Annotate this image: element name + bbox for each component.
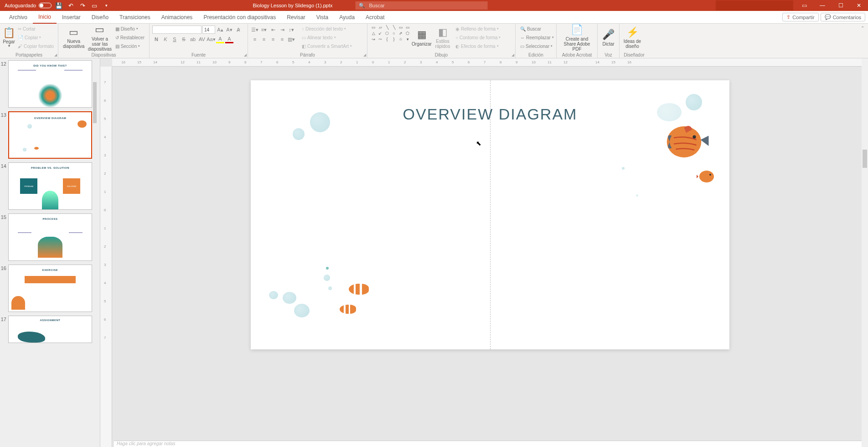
adobe-pdf-button[interactable]: 📄 Create and Share Adobe PDF (559, 25, 594, 51)
tab-acrobat[interactable]: Acrobat (360, 11, 390, 24)
select-button[interactable]: ▭Seleccionar▾ (518, 42, 556, 50)
thumb-14[interactable]: 14 PROBLEM VS. SOLUTION PROBLEM SOLUTION (0, 162, 98, 210)
copy-button[interactable]: 📄Copiar▾ (16, 33, 56, 42)
font-family-input[interactable] (152, 26, 202, 34)
align-text-button[interactable]: ▭Alinear texto▾ (300, 33, 354, 42)
redo-qat-button[interactable]: ↷ (78, 1, 87, 10)
tab-diseno[interactable]: Diseño (86, 11, 114, 24)
svg-point-1 (692, 135, 696, 139)
parrafo-launcher[interactable]: ◢ (363, 53, 366, 57)
paste-button[interactable]: 📋 Pegar ▾ (3, 25, 15, 51)
increase-font-button[interactable]: A▴ (216, 26, 224, 34)
autosave-label: Autoguardado (5, 3, 36, 8)
slide-editor: 161514 121110 987 654 321 0 123 456 789 … (100, 58, 868, 447)
decrease-font-button[interactable]: A▾ (225, 26, 233, 34)
tab-inicio[interactable]: Inicio (33, 11, 57, 24)
clear-format-button[interactable]: A̷ (234, 26, 243, 34)
fuente-launcher[interactable]: ◢ (244, 53, 247, 57)
font-color-button[interactable]: A (225, 35, 233, 43)
qat-dropdown[interactable]: ▾ (102, 1, 111, 10)
group-disenador: ⚡ Ideas de diseño Diseñador (620, 24, 649, 58)
font-size-input[interactable] (202, 26, 215, 34)
align-right-button[interactable]: ≡ (269, 35, 277, 43)
tab-archivo[interactable]: Archivo (4, 11, 33, 24)
canvas-area[interactable]: OVERVIEW DIAGRAM (112, 67, 868, 447)
text-direction-button[interactable]: ↕Dirección del texto▾ (300, 25, 354, 33)
tab-insertar[interactable]: Insertar (57, 11, 86, 24)
quick-styles-button[interactable]: ◧ Estilos rápidos (433, 25, 453, 51)
layout-button[interactable]: ▦Diseño▾ (114, 25, 146, 33)
tab-transiciones[interactable]: Transiciones (114, 11, 156, 24)
indent-inc-button[interactable]: ⇥ (278, 26, 286, 34)
justify-button[interactable]: ≡ (278, 35, 286, 43)
tab-presentacion[interactable]: Presentación con diapositivas (198, 11, 281, 24)
dictate-button[interactable]: 🎤 Dictar (600, 25, 616, 51)
tab-vista[interactable]: Vista (311, 11, 334, 24)
align-left-button[interactable]: ≡ (251, 35, 259, 43)
replace-button[interactable]: ↔Reemplazar▾ (518, 33, 556, 42)
italic-button[interactable]: K (161, 35, 170, 43)
new-slide-button[interactable]: ▭ Nueva diapositiva (61, 25, 86, 51)
bold-button[interactable]: N (152, 35, 160, 43)
shape-outline-button[interactable]: ○Contorno de forma▾ (454, 33, 502, 42)
group-parrafo: ☰▾ ≡▾ ⇤ ⇥ ↕▾ ≡ ≡ ≡ ≡ ▥▾ ↕Dirección del t… (248, 24, 367, 58)
indent-dec-button[interactable]: ⇤ (269, 26, 277, 34)
slide-canvas[interactable]: OVERVIEW DIAGRAM (251, 80, 729, 349)
slide-title-text[interactable]: OVERVIEW DIAGRAM (403, 105, 578, 123)
shape-effects-button[interactable]: ◐Efectos de forma▾ (454, 42, 502, 50)
underline-button[interactable]: S (170, 35, 179, 43)
collapse-ribbon-button[interactable]: ⌃ (857, 24, 868, 58)
thumb-12[interactable]: 12 DID YOU KNOW THIS? (0, 60, 98, 108)
bubble-decoration (657, 103, 682, 121)
search-box[interactable]: 🔍 Buscar (355, 1, 487, 10)
section-button[interactable]: ▤Sección▾ (114, 42, 146, 50)
arrange-button[interactable]: ▦ Organizar (412, 25, 432, 51)
horizontal-ruler[interactable]: 161514 121110 987 654 321 0 123 456 789 … (112, 58, 868, 67)
thumb-16[interactable]: 16 EXERCISE (0, 265, 98, 312)
cut-button[interactable]: ✂Cortar (16, 25, 56, 33)
tab-animaciones[interactable]: Animaciones (156, 11, 198, 24)
align-center-button[interactable]: ≡ (260, 35, 268, 43)
numbering-button[interactable]: ≡▾ (260, 26, 268, 34)
reuse-slides-button[interactable]: ▭ Volver a usar las diapositivas (87, 25, 112, 51)
autosave-toggle[interactable] (39, 3, 52, 8)
thumb-15[interactable]: 15 PROCESS (0, 213, 98, 261)
spacing-button[interactable]: AV (198, 35, 206, 43)
bullets-button[interactable]: ☰▾ (251, 26, 259, 34)
case-button[interactable]: Aa▾ (207, 35, 215, 43)
shadow-button[interactable]: ab (189, 35, 197, 43)
shape-fill-button[interactable]: ◉Relleno de forma▾ (454, 25, 502, 33)
smartart-button[interactable]: ◧Convertir a SmartArt▾ (300, 42, 354, 50)
close-button[interactable]: ✕ (850, 0, 868, 11)
notes-pane[interactable]: Haga clic para agregar notas (114, 441, 868, 447)
comments-button[interactable]: 💬Comentarios (821, 13, 865, 21)
shapes-gallery[interactable]: ▭▱╲╲▭▭ △↙⬡○⇗⬠ ↝⤳{}☆▾ (370, 25, 411, 42)
undo-qat-button[interactable]: ↶ (66, 1, 75, 10)
share-button[interactable]: ⇪Compartir (782, 13, 818, 21)
portapapeles-launcher[interactable]: ◢ (54, 53, 57, 57)
dibujo-launcher[interactable]: ◢ (512, 53, 514, 57)
editor-scrollbar[interactable] (862, 58, 868, 447)
highlight-button[interactable]: A (216, 35, 224, 43)
fish-illustration-small (697, 169, 716, 184)
save-qat-button[interactable]: 💾 (54, 1, 63, 10)
columns-button[interactable]: ▥▾ (287, 35, 295, 43)
design-ideas-button[interactable]: ⚡ Ideas de diseño (622, 25, 642, 51)
thumbs-scrollbar[interactable] (93, 58, 98, 447)
minimize-button[interactable]: — (813, 0, 832, 11)
reset-button[interactable]: ↺Restablecer (114, 33, 146, 42)
tab-revisar[interactable]: Revisar (281, 11, 311, 24)
find-button[interactable]: 🔍Buscar (518, 25, 556, 33)
account-area[interactable] (716, 0, 793, 10)
bubble-decoration (293, 128, 305, 140)
strike-button[interactable]: S (180, 35, 188, 43)
thumb-13[interactable]: 13 OVERVIEW DIAGRAM (0, 111, 98, 159)
vertical-ruler[interactable]: 7 6 5 4 3 2 1 0 1 2 3 4 5 6 7 (100, 67, 112, 447)
thumb-17[interactable]: 17 ASSIGNMENT (0, 316, 98, 343)
line-spacing-button[interactable]: ↕▾ (287, 26, 295, 34)
tab-ayuda[interactable]: Ayuda (334, 11, 360, 24)
ribbon-display-options[interactable]: ▭ (795, 0, 813, 11)
format-painter-button[interactable]: 🖌Copiar formato (16, 42, 56, 50)
slide-thumbnails-panel[interactable]: 12 DID YOU KNOW THIS? 13 OVERVIEW DIAGRA… (0, 58, 100, 447)
maximize-button[interactable]: ☐ (832, 0, 850, 11)
